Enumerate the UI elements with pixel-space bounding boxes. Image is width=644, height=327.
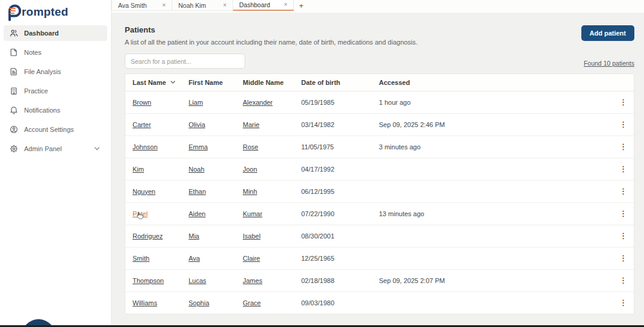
dob-cell: 08/30/2001 — [294, 225, 372, 247]
tab-noah-kim[interactable]: Noah Kim × — [172, 0, 233, 11]
page-header: Patients A list of all the patient in yo… — [125, 25, 634, 46]
row-kebab-menu-icon[interactable]: ⋮ — [616, 119, 631, 129]
sort-chevron-down-icon — [170, 81, 175, 84]
last-name-link[interactable]: Patel — [133, 210, 148, 217]
last-name-link[interactable]: Carter — [133, 121, 151, 128]
tab-label: Ava Smith — [118, 2, 147, 9]
sidebar-item-admin-panel[interactable]: Admin Panel — [4, 141, 107, 157]
row-kebab-menu-icon[interactable]: ⋮ — [616, 164, 631, 174]
middle-name-link[interactable]: Kumar — [243, 210, 262, 217]
accessed-cell: Sep 09, 2025 2:46 PM — [372, 113, 608, 135]
row-kebab-menu-icon[interactable]: ⋮ — [616, 275, 631, 285]
first-name-link[interactable]: Mia — [189, 232, 199, 240]
accessed-cell — [372, 291, 608, 314]
app-logo: rompted — [0, 0, 111, 20]
first-name-link[interactable]: Ava — [189, 255, 200, 262]
column-header-accessed[interactable]: Accessed — [372, 74, 608, 91]
file-text-icon — [10, 67, 18, 76]
last-name-link[interactable]: Johnson — [133, 143, 158, 151]
row-kebab-menu-icon[interactable]: ⋮ — [616, 186, 631, 196]
first-name-link[interactable]: Liam — [189, 99, 203, 106]
patients-table-card: Last Name First Name Middle Name Date of… — [125, 73, 634, 314]
dob-cell: 06/12/1995 — [294, 180, 372, 202]
row-kebab-menu-icon[interactable]: ⋮ — [616, 253, 631, 263]
search-row: Found 10 patients — [125, 54, 634, 69]
first-name-link[interactable]: Aiden — [189, 210, 205, 217]
last-name-link[interactable]: Thompson — [133, 277, 164, 284]
first-name-link[interactable]: Sophia — [189, 299, 209, 307]
sidebar-nav: Dashboard Notes File Analysis — [0, 25, 111, 157]
middle-name-link[interactable]: Joon — [243, 166, 257, 173]
dob-cell: 07/22/1990 — [294, 202, 372, 225]
row-menu-cell: ⋮ — [608, 91, 634, 113]
sidebar-item-notes[interactable]: Notes — [4, 45, 107, 60]
search-input[interactable] — [125, 54, 245, 69]
patients-icon — [10, 29, 18, 37]
last-name-link[interactable]: Nguyen — [133, 188, 155, 195]
dob-cell: 09/03/1980 — [294, 291, 372, 314]
sidebar-item-notifications[interactable]: Notifications — [4, 102, 107, 118]
row-menu-cell: ⋮ — [608, 135, 634, 158]
tab-ava-smith[interactable]: Ava Smith × — [111, 0, 172, 11]
table-row: RodriguezMiaIsabel08/30/2001⋮ — [125, 225, 634, 247]
close-icon[interactable]: × — [222, 2, 228, 9]
middle-name-link[interactable]: Alexander — [243, 99, 273, 106]
accessed-cell: 13 minutes ago — [372, 202, 608, 225]
close-icon[interactable]: × — [283, 1, 289, 8]
row-menu-cell: ⋮ — [608, 269, 634, 291]
accessed-cell — [372, 158, 608, 180]
sidebar-item-practice[interactable]: Practice — [4, 83, 107, 99]
last-name-link[interactable]: Brown — [133, 99, 151, 106]
last-name-link[interactable]: Rodriguez — [133, 232, 163, 240]
bell-icon — [10, 106, 18, 114]
logo-text: rompted — [22, 5, 68, 19]
first-name-link[interactable]: Olivia — [189, 121, 205, 128]
column-header-first-name[interactable]: First Name — [181, 74, 236, 91]
last-name-link[interactable]: Smith — [133, 255, 149, 262]
found-patients-link[interactable]: Found 10 patients — [584, 60, 634, 67]
close-icon[interactable]: × — [161, 2, 167, 9]
middle-name-link[interactable]: Isabel — [243, 232, 260, 240]
sidebar-item-dashboard[interactable]: Dashboard — [4, 25, 107, 41]
row-kebab-menu-icon[interactable]: ⋮ — [616, 297, 631, 308]
column-header-last-name[interactable]: Last Name — [125, 74, 181, 91]
last-name-link[interactable]: Kim — [133, 166, 144, 173]
sidebar-item-label: Dashboard — [24, 30, 58, 37]
new-tab-button[interactable]: + — [294, 0, 308, 11]
column-label: Last Name — [133, 79, 166, 86]
row-menu-cell: ⋮ — [608, 158, 634, 180]
middle-name-link[interactable]: Rose — [243, 143, 258, 151]
row-kebab-menu-icon[interactable]: ⋮ — [616, 231, 631, 241]
sidebar-item-file-analysis[interactable]: File Analysis — [4, 64, 107, 79]
tab-dashboard[interactable]: Dashboard × — [233, 0, 294, 11]
middle-name-link[interactable]: Marie — [243, 121, 260, 128]
row-kebab-menu-icon[interactable]: ⋮ — [616, 208, 631, 219]
middle-name-link[interactable]: Grace — [243, 299, 261, 307]
first-name-link[interactable]: Noah — [189, 166, 204, 173]
note-icon — [10, 48, 18, 57]
row-kebab-menu-icon[interactable]: ⋮ — [616, 142, 631, 152]
page-title: Patients — [125, 25, 417, 34]
first-name-link[interactable]: Lucas — [189, 277, 206, 284]
add-patient-button[interactable]: Add patient — [581, 25, 635, 41]
main-column: Ava Smith × Noah Kim × Dashboard × + Pat… — [111, 0, 644, 327]
table-row: ThompsonLucasJames02/18/1988Sep 09, 2025… — [125, 269, 634, 291]
sidebar: rompted Dashboard Notes — [0, 0, 111, 327]
middle-name-link[interactable]: James — [243, 277, 262, 284]
row-kebab-menu-icon[interactable]: ⋮ — [616, 97, 631, 107]
first-name-link[interactable]: Ethan — [189, 188, 206, 195]
first-name-link[interactable]: Emma — [189, 143, 208, 151]
column-header-middle-name[interactable]: Middle Name — [236, 74, 294, 91]
accessed-cell — [372, 247, 608, 269]
dob-cell: 04/17/1992 — [294, 158, 372, 180]
middle-name-link[interactable]: Minh — [243, 188, 257, 195]
table-row: BrownLiamAlexander05/19/19851 hour ago⋮ — [125, 91, 634, 113]
last-name-link[interactable]: Williams — [133, 299, 157, 307]
user-circle-icon — [10, 125, 18, 134]
sidebar-item-account-settings[interactable]: Account Settings — [4, 122, 107, 137]
sidebar-item-label: File Analysis — [24, 68, 61, 75]
column-header-dob[interactable]: Date of birth — [294, 74, 372, 91]
row-menu-cell: ⋮ — [608, 247, 634, 269]
middle-name-link[interactable]: Claire — [243, 255, 260, 262]
table-row: KimNoahJoon04/17/1992⋮ — [125, 158, 634, 180]
